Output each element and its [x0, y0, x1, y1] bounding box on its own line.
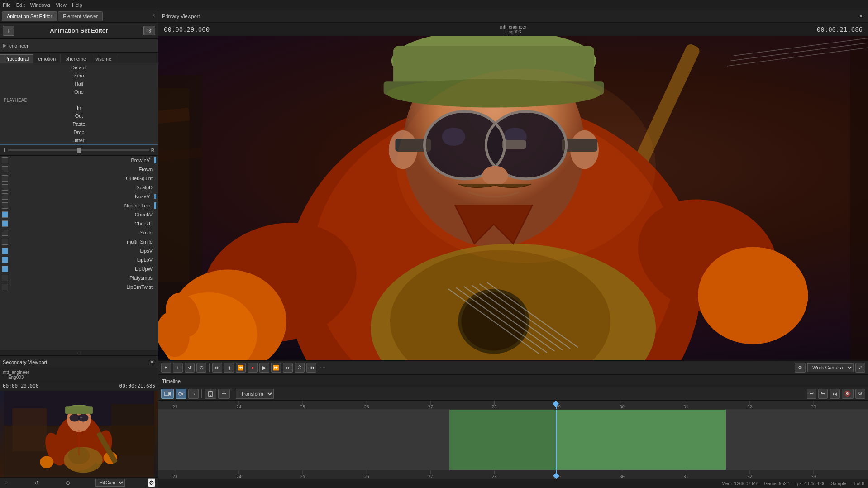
- proc-item-default[interactable]: Default: [0, 63, 158, 72]
- tl-mute-btn[interactable]: 🔇: [842, 389, 854, 399]
- proc-item-drop[interactable]: Drop: [0, 128, 158, 136]
- ctrl-multismile[interactable]: multi_Smile: [0, 237, 158, 246]
- ctrl-nosev-checkbox[interactable]: [2, 193, 8, 200]
- tab-animation-set-editor[interactable]: Animation Set Editor: [2, 11, 57, 21]
- tl-snap-btn[interactable]: [205, 389, 216, 399]
- sv-close-button[interactable]: ×: [148, 359, 155, 366]
- ctrl-nostrilflare[interactable]: NostrilFlare: [0, 201, 158, 210]
- vp-skip-start-button[interactable]: ⏮: [212, 363, 222, 373]
- vp-refresh-button[interactable]: ↺: [185, 363, 195, 373]
- ctrl-smile[interactable]: Smile: [0, 228, 158, 237]
- ctrl-frown-checkbox[interactable]: [2, 166, 8, 172]
- vp-add-cam-button[interactable]: +: [173, 363, 183, 373]
- engineer-tree: ▶ engineer: [0, 39, 158, 53]
- proc-item-zero[interactable]: Zero: [0, 72, 158, 80]
- proc-item-half[interactable]: Half: [0, 80, 158, 88]
- ase-settings-button[interactable]: ⚙: [143, 26, 155, 35]
- proc-item-paste[interactable]: Paste: [0, 120, 158, 128]
- tl-ruler-bottom[interactable]: 23 24 25 26 27 28 29 30 31 32 33: [158, 470, 868, 479]
- vp-step-fwd-button[interactable]: ⏩: [271, 363, 281, 373]
- sub-tab-phoneme[interactable]: phoneme: [61, 55, 91, 63]
- pv-close-button[interactable]: ×: [858, 13, 864, 20]
- proc-item-in[interactable]: In: [0, 104, 158, 112]
- ctrl-cheekv-checkbox[interactable]: [2, 211, 8, 218]
- tl-transform-select[interactable]: Transform Position Rotation Scale: [236, 389, 274, 399]
- ctrl-frown[interactable]: Frown: [0, 165, 158, 174]
- vp-record-button[interactable]: [161, 363, 171, 373]
- menu-help[interactable]: Help: [72, 2, 82, 8]
- tl-undo-btn[interactable]: ↩: [807, 389, 816, 399]
- ctrl-cheekh[interactable]: CheekH: [0, 219, 158, 228]
- sub-tab-viseme[interactable]: viseme: [91, 55, 116, 63]
- ctrl-outersquint[interactable]: OuterSquint: [0, 174, 158, 183]
- proc-list[interactable]: Default Zero Half One Playhead In Out Pa…: [0, 63, 158, 145]
- vp-record-key-button[interactable]: ●: [248, 363, 258, 373]
- ctrl-lipcrntwist-checkbox[interactable]: [2, 284, 8, 290]
- menu-edit[interactable]: Edit: [16, 2, 25, 8]
- tl-ruler-playhead-line[interactable]: [556, 401, 557, 409]
- sv-add-button[interactable]: +: [3, 479, 10, 487]
- tab-element-viewer[interactable]: Element Viewer: [58, 11, 103, 21]
- ctrl-scalpd-checkbox[interactable]: [2, 184, 8, 191]
- tl-redo-btn[interactable]: ↪: [818, 389, 828, 399]
- ctrl-lipcrntwist[interactable]: LipCrnTwist: [0, 282, 158, 292]
- vp-step-back-button[interactable]: ⏪: [236, 363, 246, 373]
- proc-item-one[interactable]: One: [0, 88, 158, 96]
- ctrl-outersquint-checkbox[interactable]: [2, 175, 8, 182]
- vp-next-frame-button[interactable]: ⏭: [283, 363, 293, 373]
- timeline-body[interactable]: 23 24 25 26 27 28 29 30 31 32 33: [158, 401, 868, 479]
- ctrl-platysmus-checkbox[interactable]: [2, 275, 8, 281]
- ctrl-multismile-checkbox[interactable]: [2, 239, 8, 245]
- vp-camera-select[interactable]: Work Camera: [807, 363, 854, 372]
- menu-file[interactable]: File: [3, 2, 11, 8]
- sv-settings-button[interactable]: ⚙: [148, 478, 155, 487]
- lr-track[interactable]: [8, 149, 149, 151]
- engineer-label[interactable]: engineer: [9, 43, 29, 48]
- ctrl-cheekv[interactable]: CheekV: [0, 210, 158, 219]
- tl-playhead[interactable]: [556, 410, 557, 470]
- tl-tracks[interactable]: [158, 410, 868, 470]
- ctrl-browinv[interactable]: BrowInV: [0, 156, 158, 165]
- menu-windows[interactable]: Windows: [30, 2, 51, 8]
- vp-expand-button[interactable]: ⤢: [855, 363, 865, 373]
- sub-tab-procedural[interactable]: Procedural: [0, 54, 33, 63]
- sv-target-button[interactable]: ⊙: [64, 479, 72, 487]
- ctrl-browinv-checkbox[interactable]: [2, 157, 8, 163]
- tl-skip-end-btn[interactable]: ⏭: [830, 389, 840, 399]
- ctrl-cheekh-checkbox[interactable]: [2, 220, 8, 227]
- sv-refresh-button[interactable]: ↺: [33, 479, 41, 487]
- sv-camera-select[interactable]: HillCam: [95, 479, 125, 487]
- vp-end-button[interactable]: ⏮: [306, 363, 316, 373]
- tab-close-button[interactable]: ×: [152, 12, 155, 19]
- vp-prev-frame-button[interactable]: ⏴: [224, 363, 234, 373]
- vp-settings-button[interactable]: ⚙: [795, 363, 806, 373]
- lr-slider[interactable]: L R: [0, 145, 158, 156]
- ctrl-smile-checkbox[interactable]: [2, 230, 8, 236]
- proc-item-jitter[interactable]: Jitter: [0, 136, 158, 144]
- ctrl-nostrilflare-checkbox[interactable]: [2, 202, 8, 209]
- ctrl-lipsv[interactable]: LipsV: [0, 246, 158, 255]
- ctrl-platysmus[interactable]: Platysmus: [0, 273, 158, 282]
- tl-settings-btn[interactable]: ⚙: [855, 389, 865, 399]
- tl-ruler-top[interactable]: 23 24 25 26 27 28 29 30 31 32 33: [158, 401, 868, 410]
- vp-target-button[interactable]: ⊙: [196, 363, 206, 373]
- tl-camera-btn[interactable]: [161, 389, 174, 399]
- tl-move-btn[interactable]: [218, 389, 230, 399]
- tl-arrow-btn[interactable]: →: [188, 389, 199, 399]
- vp-loop-button[interactable]: ⏱: [295, 363, 305, 373]
- menu-view[interactable]: View: [56, 2, 67, 8]
- ctrl-lipupw-checkbox[interactable]: [2, 266, 8, 272]
- vp-play-button[interactable]: ▶: [259, 363, 269, 373]
- proc-item-out[interactable]: Out: [0, 112, 158, 120]
- ase-add-button[interactable]: +: [3, 26, 14, 36]
- ctrl-lipsv-checkbox[interactable]: [2, 248, 8, 254]
- ctrl-liplot-checkbox[interactable]: [2, 257, 8, 263]
- lr-thumb[interactable]: [77, 148, 81, 153]
- ctrl-scalpd[interactable]: ScalpD: [0, 183, 158, 192]
- tl-key-btn[interactable]: [176, 389, 186, 399]
- sub-tab-emotion[interactable]: emotion: [33, 55, 61, 63]
- controls-list[interactable]: BrowInV Frown OuterSquint ScalpD NoseV: [0, 156, 158, 350]
- ctrl-liplot[interactable]: LipLoV: [0, 255, 158, 264]
- ctrl-lipupw[interactable]: LipUpW: [0, 264, 158, 273]
- ctrl-nosev[interactable]: NoseV: [0, 192, 158, 201]
